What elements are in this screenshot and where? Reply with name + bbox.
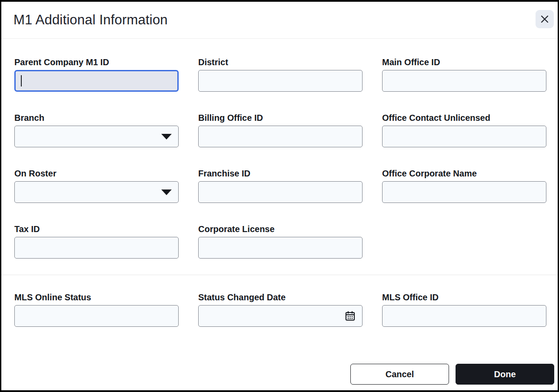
dialog-header: M1 Additional Information [1,2,558,39]
billing-office-id-label: Billing Office ID [198,112,363,124]
branch-label: Branch [14,112,179,124]
field-billing-office-id: Billing Office ID [198,112,363,147]
field-franchise-id: Franchise ID [198,168,363,203]
main-office-id-label: Main Office ID [382,56,546,68]
field-mls-office-id: MLS Office ID [382,292,546,327]
status-changed-date-input[interactable] [198,305,363,327]
field-office-contact-unlicensed: Office Contact Unlicensed [382,112,546,147]
status-changed-date-field[interactable] [199,306,362,326]
empty-cell [382,223,546,259]
field-main-office-id: Main Office ID [382,56,546,92]
m1-additional-information-dialog: M1 Additional Information Parent Company… [0,0,559,392]
main-office-id-input[interactable] [382,70,546,92]
mls-office-id-input[interactable] [382,305,546,327]
dialog-footer: Cancel Done [1,364,558,385]
chevron-down-icon [161,189,172,195]
calendar-icon[interactable] [344,310,356,322]
cancel-button[interactable]: Cancel [350,364,449,385]
close-icon [540,14,549,24]
on-roster-label: On Roster [14,168,179,179]
tax-id-input[interactable] [14,237,179,259]
parent-company-m1-id-label: Parent Company M1 ID [14,56,179,68]
branch-select[interactable] [14,126,179,147]
mls-online-status-input[interactable] [14,305,179,327]
field-branch: Branch [14,112,179,147]
district-label: District [198,56,363,68]
dialog-title: M1 Additional Information [1,12,168,28]
tax-id-label: Tax ID [14,223,179,235]
text-cursor [21,75,22,86]
field-parent-company-m1-id: Parent Company M1 ID [14,56,179,92]
field-tax-id: Tax ID [14,223,179,259]
form-grid-main: Parent Company M1 ID District Main Offic… [1,39,558,259]
mls-online-status-label: MLS Online Status [14,292,179,303]
close-button[interactable] [536,10,554,28]
office-corporate-name-label: Office Corporate Name [382,168,546,179]
chevron-down-icon [161,134,172,140]
office-corporate-name-input[interactable] [382,181,546,203]
office-contact-unlicensed-label: Office Contact Unlicensed [382,112,546,124]
parent-company-m1-id-input[interactable] [14,70,179,92]
status-changed-date-label: Status Changed Date [198,292,363,303]
field-office-corporate-name: Office Corporate Name [382,168,546,203]
district-input[interactable] [198,70,363,92]
field-corporate-license: Corporate License [198,223,363,259]
corporate-license-input[interactable] [198,237,363,259]
field-district: District [198,56,363,92]
parent-company-m1-id-field[interactable] [16,71,177,90]
mls-office-id-label: MLS Office ID [382,292,546,303]
field-status-changed-date: Status Changed Date [198,292,363,327]
corporate-license-label: Corporate License [198,223,363,235]
franchise-id-label: Franchise ID [198,168,363,179]
office-contact-unlicensed-input[interactable] [382,126,546,147]
on-roster-select[interactable] [14,181,179,203]
done-button[interactable]: Done [456,364,554,385]
form-grid-mls: MLS Online Status Status Changed Date [1,275,558,327]
billing-office-id-input[interactable] [198,126,363,147]
field-on-roster: On Roster [14,168,179,203]
franchise-id-input[interactable] [198,181,363,203]
field-mls-online-status: MLS Online Status [14,292,179,327]
